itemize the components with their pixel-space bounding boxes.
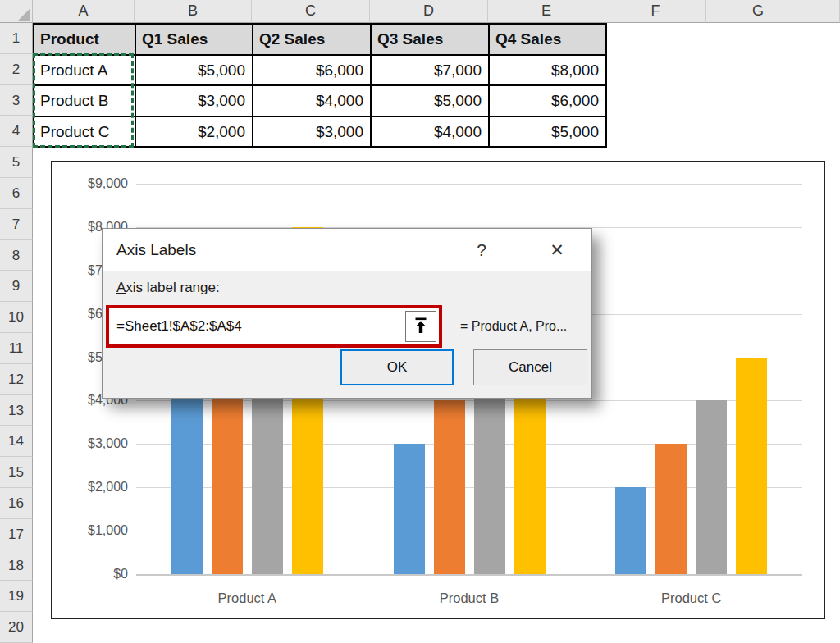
table-cell[interactable]: $5,000 [490, 117, 607, 148]
y-axis-tick-label: $0 [57, 565, 128, 583]
table-cell[interactable]: $5,000 [372, 86, 490, 117]
dialog-title: Axis Labels [116, 229, 196, 271]
cancel-button[interactable]: Cancel [473, 349, 587, 385]
bar-q2-sales-product-b[interactable] [434, 400, 465, 574]
red-highlight-annotation [106, 305, 442, 348]
table-header-cell[interactable]: Product [34, 25, 136, 56]
gridline [136, 184, 802, 185]
row-header-12[interactable]: 12 [0, 364, 33, 395]
row-header-11[interactable]: 11 [0, 333, 33, 364]
row-header-8[interactable]: 8 [0, 240, 33, 271]
table-cell[interactable]: $5,000 [136, 56, 253, 87]
collapse-arrow-icon [413, 317, 429, 337]
table-cell[interactable]: Product A [34, 56, 136, 87]
help-icon[interactable]: ? [469, 229, 494, 271]
row-header-16[interactable]: 16 [0, 488, 33, 519]
select-all-button[interactable] [0, 0, 33, 23]
bar-q2-sales-product-c[interactable] [655, 444, 687, 574]
column-header-B[interactable]: B [135, 0, 252, 23]
x-axis-category-label: Product B [387, 591, 551, 606]
row-header-19[interactable]: 19 [0, 581, 33, 612]
row-header-4[interactable]: 4 [0, 116, 33, 147]
table-cell[interactable]: $6,000 [253, 56, 372, 87]
y-axis-tick-label: $1,000 [57, 522, 128, 540]
table-cell[interactable]: $2,000 [136, 117, 253, 148]
column-header-F[interactable]: F [605, 0, 706, 23]
axis-label-range-input[interactable] [109, 308, 439, 344]
ok-button[interactable]: OK [340, 349, 454, 385]
row-header-15[interactable]: 15 [0, 457, 33, 488]
select-all-triangle-icon [18, 8, 30, 21]
row-header-2[interactable]: 2 [0, 54, 33, 85]
table-cell[interactable]: $3,000 [136, 86, 253, 117]
column-header-G[interactable]: G [706, 0, 810, 23]
row-header-13[interactable]: 13 [0, 395, 33, 426]
table-header-cell[interactable]: Q4 Sales [490, 25, 607, 56]
column-header-A[interactable]: A [33, 0, 135, 23]
bar-q4-sales-product-c[interactable] [736, 358, 767, 575]
range-preview-text: = Product A, Pro... [460, 305, 567, 348]
row-header-5[interactable]: 5 [0, 147, 33, 178]
table-cell[interactable]: $7,000 [372, 56, 490, 87]
table-cell[interactable]: Product B [34, 86, 136, 117]
axis-label-range-label: Axis label range: [116, 280, 220, 296]
row-header-14[interactable]: 14 [0, 426, 33, 457]
bar-q1-sales-product-b[interactable] [394, 444, 425, 574]
table-cell[interactable]: $3,000 [253, 117, 372, 148]
column-header-E[interactable]: E [488, 0, 605, 23]
table-cell[interactable]: $6,000 [490, 86, 607, 117]
bar-q1-sales-product-c[interactable] [615, 487, 646, 574]
row-header-17[interactable]: 17 [0, 519, 33, 550]
table-cell[interactable]: $4,000 [372, 117, 490, 148]
y-axis-tick-label: $2,000 [57, 478, 128, 496]
row-header-3[interactable]: 3 [0, 85, 33, 116]
axis-labels-dialog: Axis Labels ? ✕ Axis label range: = Prod… [102, 228, 592, 399]
column-header-partial[interactable] [810, 0, 840, 23]
table-cell[interactable]: $4,000 [253, 86, 372, 117]
collapse-dialog-button[interactable] [405, 311, 436, 342]
excel-worksheet: ABCDEFG 1234567891011121314151617181920 … [0, 0, 840, 643]
close-icon[interactable]: ✕ [545, 229, 569, 271]
row-header-6[interactable]: 6 [0, 178, 33, 209]
row-header-20[interactable]: 20 [0, 612, 33, 643]
column-header-D[interactable]: D [370, 0, 488, 23]
bar-q3-sales-product-c[interactable] [696, 400, 727, 574]
x-axis-category-label: Product A [165, 591, 329, 606]
row-header-18[interactable]: 18 [0, 550, 33, 581]
y-axis-tick-label: $9,000 [57, 175, 128, 193]
table-header-cell[interactable]: Q2 Sales [253, 25, 372, 56]
sales-data-table: ProductQ1 SalesQ2 SalesQ3 SalesQ4 SalesP… [33, 23, 607, 148]
table-header-cell[interactable]: Q1 Sales [136, 25, 253, 56]
row-header-1[interactable]: 1 [0, 23, 33, 54]
dialog-title-bar: Axis Labels ? ✕ [103, 229, 591, 271]
table-cell[interactable]: $8,000 [490, 56, 607, 87]
table-cell[interactable]: Product C [34, 117, 136, 148]
column-header-C[interactable]: C [252, 0, 370, 23]
row-header-9[interactable]: 9 [0, 271, 33, 302]
x-axis-line [136, 574, 802, 576]
row-header-10[interactable]: 10 [0, 302, 33, 333]
x-axis-category-label: Product C [609, 591, 774, 606]
row-header-7[interactable]: 7 [0, 209, 33, 240]
y-axis-tick-label: $3,000 [57, 435, 128, 453]
table-header-cell[interactable]: Q3 Sales [372, 25, 490, 56]
